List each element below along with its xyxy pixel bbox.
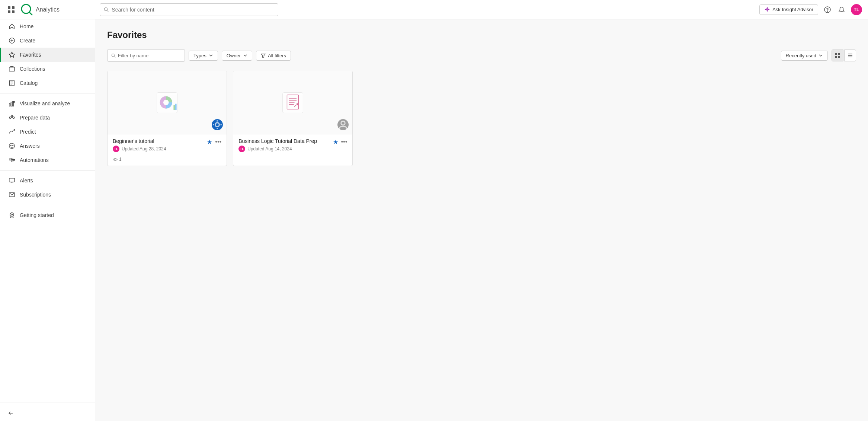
svg-point-30 — [10, 145, 11, 146]
card-actions-2: ★ ••• — [333, 138, 347, 146]
filter-name-input[interactable] — [118, 53, 181, 58]
card-views-1: 1 — [108, 157, 227, 166]
card-business-logic[interactable]: Business Logic Tutorial Data Prep ★ ••• … — [233, 71, 353, 166]
card-thumbnail-1 — [108, 71, 227, 134]
svg-point-58 — [163, 99, 169, 105]
svg-line-37 — [11, 160, 11, 162]
sort-dropdown-button[interactable]: Recently used — [781, 51, 828, 61]
search-bar[interactable] — [100, 3, 278, 16]
create-icon — [9, 37, 15, 44]
card-info-2: Business Logic Tutorial Data Prep ★ ••• … — [233, 134, 352, 157]
list-view-button[interactable] — [844, 50, 856, 61]
search-input[interactable] — [112, 7, 274, 13]
thumbnail-chart-icon — [155, 91, 179, 115]
filter-search-icon — [111, 53, 116, 58]
search-icon — [104, 7, 109, 12]
app-name-label: Analytics — [36, 6, 60, 13]
svg-point-29 — [9, 143, 15, 149]
types-chevron-icon — [209, 53, 213, 58]
filter-search-bar[interactable] — [107, 49, 185, 62]
svg-rect-3 — [12, 10, 15, 13]
card-meta-2: TL Updated Aug 14, 2024 — [238, 146, 347, 152]
svg-rect-33 — [11, 158, 13, 160]
svg-rect-52 — [838, 56, 840, 58]
collections-icon — [9, 66, 15, 72]
grid-menu-button[interactable] — [6, 4, 16, 15]
svg-rect-35 — [13, 159, 15, 161]
notifications-button[interactable] — [837, 5, 846, 15]
logo-area: Analytics — [21, 4, 95, 16]
grid-view-button[interactable] — [832, 50, 843, 61]
sidebar-item-catalog[interactable]: Catalog — [0, 76, 95, 90]
sidebar-item-answers[interactable]: Answers — [0, 139, 95, 153]
card-badge-2 — [337, 119, 349, 130]
sidebar-divider-bottom — [0, 402, 95, 402]
sidebar-item-predict[interactable]: Predict — [0, 125, 95, 139]
types-filter-button[interactable]: Types — [189, 51, 218, 61]
qlik-logo — [21, 4, 33, 16]
sidebar-item-collections[interactable]: Collections — [0, 62, 95, 76]
sidebar-item-alerts[interactable]: Alerts — [0, 173, 95, 188]
svg-rect-49 — [835, 53, 837, 55]
user-avatar[interactable]: TL — [851, 4, 862, 15]
svg-rect-0 — [8, 6, 10, 9]
owner-chevron-icon — [243, 53, 247, 58]
favorite-button-1[interactable]: ★ — [207, 138, 212, 146]
more-button-1[interactable]: ••• — [215, 138, 221, 145]
insight-advisor-button[interactable]: Ask Insight Advisor — [759, 4, 818, 15]
top-bar: Analytics Ask Insight Advisor — [0, 0, 868, 19]
sidebar-bottom — [0, 399, 95, 421]
card-beginners-tutorial[interactable]: Beginner's tutorial ★ ••• TL Updated Aug… — [107, 71, 227, 166]
sidebar-item-favorites[interactable]: Favorites — [0, 48, 95, 62]
sidebar-item-subscriptions[interactable]: Subscriptions — [0, 188, 95, 202]
grid-view-icon — [835, 53, 840, 58]
svg-rect-40 — [9, 178, 15, 182]
app-layout: Analytics Ask Insight Advisor — [0, 0, 868, 421]
svg-point-62 — [114, 159, 116, 160]
all-filters-button[interactable]: All filters — [256, 51, 291, 61]
help-button[interactable] — [823, 5, 832, 15]
card-title-1: Beginner's tutorial — [113, 138, 154, 144]
sidebar-item-getting-started[interactable]: Getting started — [0, 208, 95, 222]
sidebar-item-visualize[interactable]: Visualize and analyze — [0, 96, 95, 111]
collapse-icon — [7, 410, 14, 417]
svg-point-9 — [827, 11, 828, 12]
sidebar-divider-2 — [0, 170, 95, 170]
main-content: Favorites Types Owner — [95, 19, 868, 421]
owner-filter-button[interactable]: Owner — [222, 51, 252, 61]
card-meta-1: TL Updated Aug 28, 2024 — [113, 146, 221, 152]
right-actions: Ask Insight Advisor TL — [759, 4, 862, 15]
sidebar-item-home[interactable]: Home — [0, 19, 95, 34]
alerts-icon — [9, 177, 15, 184]
svg-line-7 — [107, 10, 109, 12]
svg-point-25 — [13, 117, 15, 119]
svg-point-6 — [104, 7, 107, 10]
sidebar: Home Create Favorites Collections — [0, 19, 95, 421]
sidebar-item-automations[interactable]: Automations — [0, 153, 95, 167]
card-thumbnail-2 — [233, 71, 352, 134]
star-icon — [9, 51, 15, 58]
sidebar-collapse-button[interactable] — [0, 405, 95, 421]
svg-line-5 — [29, 12, 32, 15]
card-owner-avatar-2: TL — [238, 146, 245, 152]
svg-rect-51 — [835, 56, 837, 58]
favorite-button-2[interactable]: ★ — [333, 138, 338, 146]
svg-rect-20 — [11, 102, 12, 106]
svg-point-69 — [341, 121, 345, 125]
svg-rect-63 — [283, 92, 303, 113]
svg-point-24 — [11, 115, 13, 117]
card-title-2: Business Logic Tutorial Data Prep — [238, 138, 317, 144]
visualize-icon — [9, 100, 15, 107]
sidebar-item-prepare[interactable]: Prepare data — [0, 111, 95, 125]
svg-rect-32 — [9, 159, 11, 160]
svg-rect-59 — [173, 105, 175, 110]
predict-icon — [9, 128, 15, 135]
thumbnail-dataprep-icon — [281, 91, 305, 115]
filters-bar: Types Owner All filters — [107, 49, 856, 62]
more-button-2[interactable]: ••• — [341, 138, 347, 145]
card-owner-avatar-1: TL — [113, 146, 119, 152]
home-icon — [9, 23, 15, 30]
svg-point-23 — [9, 117, 11, 119]
sidebar-item-create[interactable]: Create — [0, 34, 95, 48]
card-info-1: Beginner's tutorial ★ ••• TL Updated Aug… — [108, 134, 227, 157]
